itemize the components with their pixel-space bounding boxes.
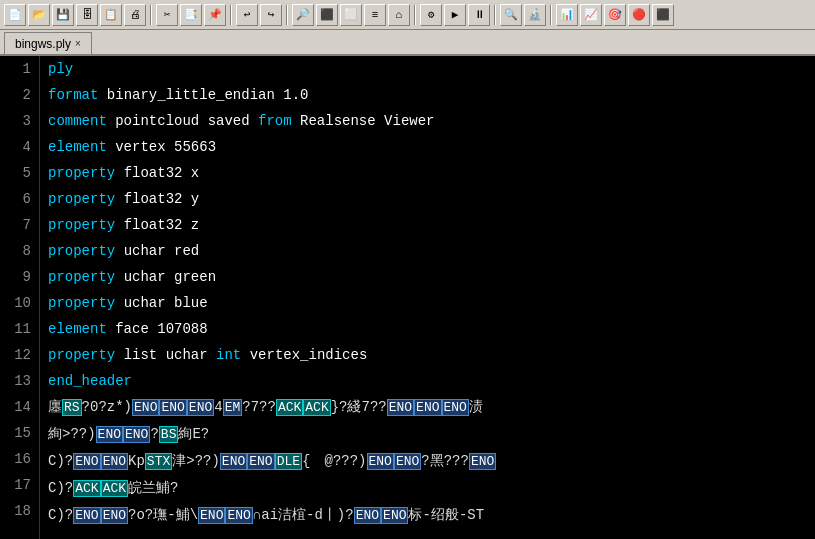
redo-button[interactable]: ↪	[260, 4, 282, 26]
btn-b[interactable]: ⬛	[316, 4, 338, 26]
code-line-17: C)?ACKACK皖兰鯆?	[48, 475, 807, 502]
ln-16: 16	[8, 446, 31, 472]
toolbar: 📄 📂 💾 🗄 📋 🖨 ✂ 📑 📌 ↩ ↪ 🔎 ⬛ ⬜ ≡ ⌂ ⚙ ▶ ⏸ 🔍 …	[0, 0, 815, 30]
btn-l[interactable]: 📈	[580, 4, 602, 26]
code-line-2: format binary_little_endian 1.0	[48, 82, 807, 108]
tabbar: bingws.ply ×	[0, 30, 815, 56]
btn-c[interactable]: ⬜	[340, 4, 362, 26]
ln-14: 14	[8, 394, 31, 420]
ln-7: 7	[8, 212, 31, 238]
code-line-8: property uchar red	[48, 238, 807, 264]
code-line-10: property uchar blue	[48, 290, 807, 316]
ln-18: 18	[8, 498, 31, 524]
tab-label: bingws.ply	[15, 37, 71, 51]
code-line-9: property uchar green	[48, 264, 807, 290]
ln-3: 3	[8, 108, 31, 134]
ln-5: 5	[8, 160, 31, 186]
line-numbers: 1 2 3 4 5 6 7 8 9 10 11 12 13 14 15 16 1…	[0, 56, 40, 539]
sep6	[550, 5, 552, 25]
code-line-13: end_header	[48, 368, 807, 394]
btn-f[interactable]: ⚙	[420, 4, 442, 26]
code-line-12: property list uchar int vertex_indices	[48, 342, 807, 368]
code-line-3: comment pointcloud saved from Realsense …	[48, 108, 807, 134]
tab-close-button[interactable]: ×	[75, 38, 81, 49]
btn-o[interactable]: ⬛	[652, 4, 674, 26]
sep1	[150, 5, 152, 25]
btn-g[interactable]: ▶	[444, 4, 466, 26]
btn-j[interactable]: 🔬	[524, 4, 546, 26]
sep4	[414, 5, 416, 25]
ln-1: 1	[8, 56, 31, 82]
ln-9: 9	[8, 264, 31, 290]
btn-n[interactable]: 🔴	[628, 4, 650, 26]
btn-k[interactable]: 📊	[556, 4, 578, 26]
btn-h[interactable]: ⏸	[468, 4, 490, 26]
code-line-14: 廛RS?0?z*)ENOENOENO4EM?7??ACKACK}?綫7??ENO…	[48, 394, 807, 421]
btn-d[interactable]: ≡	[364, 4, 386, 26]
ln-4: 4	[8, 134, 31, 160]
btn-i[interactable]: 🔍	[500, 4, 522, 26]
code-line-16: C)?ENOENOKpSTX津>??)ENOENODLE{ @???)ENOEN…	[48, 448, 807, 475]
cut-button[interactable]: ✂	[156, 4, 178, 26]
file-tab[interactable]: bingws.ply ×	[4, 32, 92, 54]
save-button[interactable]: 💾	[52, 4, 74, 26]
code-line-1: ply	[48, 56, 807, 82]
btn6[interactable]: 🖨	[124, 4, 146, 26]
ln-13: 13	[8, 368, 31, 394]
ln-10: 10	[8, 290, 31, 316]
copy-button[interactable]: 📑	[180, 4, 202, 26]
code-line-18: C)?ENOENO?o?璑-鯆\ENOENO∩ai洁椬-d丨)?ENOENO标-…	[48, 502, 807, 529]
code-area[interactable]: ply format binary_little_endian 1.0 comm…	[40, 56, 815, 539]
sep5	[494, 5, 496, 25]
open-button[interactable]: 📂	[28, 4, 50, 26]
editor: 1 2 3 4 5 6 7 8 9 10 11 12 13 14 15 16 1…	[0, 56, 815, 539]
btn-m[interactable]: 🎯	[604, 4, 626, 26]
btn-a[interactable]: 🔎	[292, 4, 314, 26]
code-line-11: element face 107088	[48, 316, 807, 342]
ln-12: 12	[8, 342, 31, 368]
ln-17: 17	[8, 472, 31, 498]
ln-15: 15	[8, 420, 31, 446]
ln-11: 11	[8, 316, 31, 342]
sep3	[286, 5, 288, 25]
new-button[interactable]: 📄	[4, 4, 26, 26]
save-all-button[interactable]: 🗄	[76, 4, 98, 26]
kw-ply: ply	[48, 61, 73, 77]
code-line-5: property float32 x	[48, 160, 807, 186]
ln-2: 2	[8, 82, 31, 108]
sep2	[230, 5, 232, 25]
btn5[interactable]: 📋	[100, 4, 122, 26]
code-line-6: property float32 y	[48, 186, 807, 212]
ln-8: 8	[8, 238, 31, 264]
code-line-4: element vertex 55663	[48, 134, 807, 160]
ln-6: 6	[8, 186, 31, 212]
paste-button[interactable]: 📌	[204, 4, 226, 26]
btn-e[interactable]: ⌂	[388, 4, 410, 26]
code-line-7: property float32 z	[48, 212, 807, 238]
code-line-15: 絢>??)​ENOENO?BS絢E?	[48, 421, 807, 448]
undo-button[interactable]: ↩	[236, 4, 258, 26]
